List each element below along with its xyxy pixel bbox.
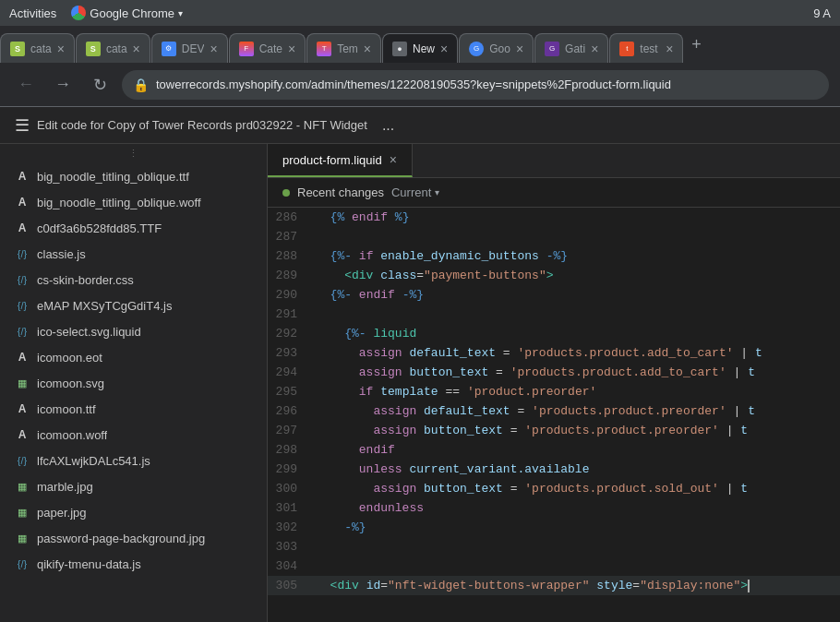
code-tab-product-form[interactable]: product-form.liquid ×: [268, 144, 413, 177]
token: >: [740, 579, 748, 592]
tab-close-icon[interactable]: ×: [288, 42, 295, 55]
browser-tab-tab4[interactable]: F Cate ×: [229, 33, 306, 63]
new-tab-button[interactable]: +: [684, 26, 709, 63]
file-item[interactable]: {/} lfcAXLwjkDALc541.js: [0, 448, 267, 473]
token: [416, 424, 424, 437]
file-name: big_noodle_titling_oblique.woff: [37, 196, 201, 209]
tab-close-icon[interactable]: ×: [516, 42, 523, 55]
editor-top-bar: ☰ Edit code for Copy of Tower Records pr…: [0, 107, 840, 144]
browser-tab-tab2[interactable]: S cata ×: [76, 33, 150, 63]
token: [316, 346, 359, 360]
tab-close-icon[interactable]: ×: [390, 153, 397, 166]
reload-button[interactable]: ↻: [85, 70, 114, 100]
tabs-container: S cata × S cata × ⚙ DEV × F Cate × T Tem…: [0, 26, 684, 63]
line-content: assign default_text = 'products.product.…: [312, 343, 840, 363]
line-number: 301: [268, 498, 312, 518]
file-item[interactable]: ▦ password-page-background.jpg: [0, 525, 267, 551]
activities-label[interactable]: Activities: [9, 6, 56, 20]
line-number: 304: [268, 556, 312, 576]
token: liquid: [373, 327, 416, 341]
line-content: -%}: [312, 518, 840, 537]
token: [352, 288, 359, 302]
sidebar-toggle-button[interactable]: ☰: [15, 115, 30, 136]
browser-tab-tab3[interactable]: ⚙ DEV ×: [151, 33, 228, 63]
code-line: 287​: [268, 227, 840, 246]
tab-label: Gati: [565, 42, 585, 55]
code-line: 303​: [268, 537, 840, 556]
file-item[interactable]: {/} classie.js: [0, 241, 267, 267]
scroll-indicator: ⋮: [0, 144, 267, 163]
tab-label: product-form.liquid: [282, 153, 382, 167]
tab-close-icon[interactable]: ×: [133, 42, 140, 55]
code-content[interactable]: 286 {% endif %}287​288 {%- if enable_dyn…: [268, 208, 840, 622]
browser-tab-tab9[interactable]: t test ×: [609, 33, 683, 63]
token: unless: [359, 462, 402, 476]
recent-changes-label: Recent changes: [297, 185, 384, 199]
tab-close-icon[interactable]: ×: [57, 42, 65, 55]
token: [316, 520, 344, 534]
line-content: ​: [312, 537, 840, 556]
token: assign: [373, 482, 416, 496]
file-item[interactable]: ▦ icomoon.svg: [0, 370, 267, 396]
token: ==: [438, 385, 467, 399]
token: -%}: [344, 520, 366, 534]
token: "nft-widget-buttons-wrapper": [388, 579, 589, 592]
line-number: 302: [268, 518, 312, 537]
code-line: 299 unless current_variant.available: [268, 460, 840, 479]
token: -%}: [402, 288, 424, 302]
browser-tab-tab7[interactable]: G Goo ×: [459, 33, 534, 63]
browser-tab-tab8[interactable]: G Gati ×: [534, 33, 608, 63]
file-list: A big_noodle_titling_oblique.ttf A big_n…: [0, 163, 267, 577]
back-button[interactable]: ←: [11, 70, 41, 100]
file-item[interactable]: {/} eMAP MXSyTCgGdiT4.js: [0, 293, 267, 318]
token: button_text: [424, 424, 503, 437]
line-number: 296: [268, 401, 312, 421]
file-item[interactable]: {/} qikify-tmenu-data.js: [0, 551, 267, 577]
browser-tab-tab1[interactable]: S cata ×: [0, 33, 75, 63]
file-item[interactable]: A icomoon.eot: [0, 344, 267, 370]
chrome-label: Google Chrome ▾: [71, 6, 183, 20]
forward-button[interactable]: →: [48, 70, 78, 100]
file-item[interactable]: A icomoon.ttf: [0, 396, 267, 422]
tab-label: Goo: [489, 42, 510, 55]
token: <div: [330, 579, 359, 592]
file-name: password-page-background.jpg: [37, 532, 205, 545]
browser-tab-tab5[interactable]: T Tem ×: [306, 33, 381, 63]
browser-tab-tab6[interactable]: ● New ×: [382, 33, 458, 63]
tab-label: test: [640, 42, 657, 55]
tab-favicon: S: [10, 42, 25, 56]
line-number: 290: [268, 285, 312, 305]
line-number: 300: [268, 479, 312, 498]
tab-close-icon[interactable]: ×: [666, 42, 673, 55]
file-item[interactable]: ▦ paper.jpg: [0, 499, 267, 525]
address-bar[interactable]: 🔒 towerrecords.myshopify.com/admin/theme…: [122, 70, 829, 100]
current-dropdown[interactable]: Current ▾: [391, 185, 439, 199]
file-item[interactable]: ▦ marble.jpg: [0, 473, 267, 499]
file-icon: {/}: [15, 298, 30, 313]
file-name: lfcAXLwjkDALc541.js: [37, 454, 150, 468]
file-item[interactable]: A c0df3a6b528fdd85.TTF: [0, 215, 267, 241]
file-item[interactable]: {/} cs-skin-border.css: [0, 267, 267, 293]
tab-close-icon[interactable]: ×: [364, 42, 371, 55]
token: template: [380, 385, 438, 399]
line-number: 288: [268, 246, 312, 266]
tab-close-icon[interactable]: ×: [210, 42, 217, 55]
tab-favicon: G: [469, 42, 484, 56]
code-line: 301 endunless: [268, 498, 840, 518]
file-name: icomoon.ttf: [37, 402, 96, 416]
token: enable_dynamic_buttons: [380, 249, 539, 263]
file-name: icomoon.eot: [37, 351, 102, 365]
file-item[interactable]: {/} ico-select.svg.liquid: [0, 318, 267, 344]
tab-close-icon[interactable]: ×: [591, 42, 598, 55]
token: endif: [359, 288, 395, 302]
tab-close-icon[interactable]: ×: [440, 42, 448, 55]
editor-menu-button[interactable]: ...: [382, 117, 394, 134]
file-item[interactable]: A big_noodle_titling_oblique.woff: [0, 189, 267, 215]
app-container: ☰ Edit code for Copy of Tower Records pr…: [0, 107, 840, 622]
file-item[interactable]: A icomoon.woff: [0, 422, 267, 448]
text-cursor: [748, 580, 750, 592]
line-number: 289: [268, 266, 312, 285]
file-item[interactable]: A big_noodle_titling_oblique.ttf: [0, 163, 267, 189]
token: id: [366, 579, 381, 592]
lock-icon: 🔒: [133, 78, 149, 92]
